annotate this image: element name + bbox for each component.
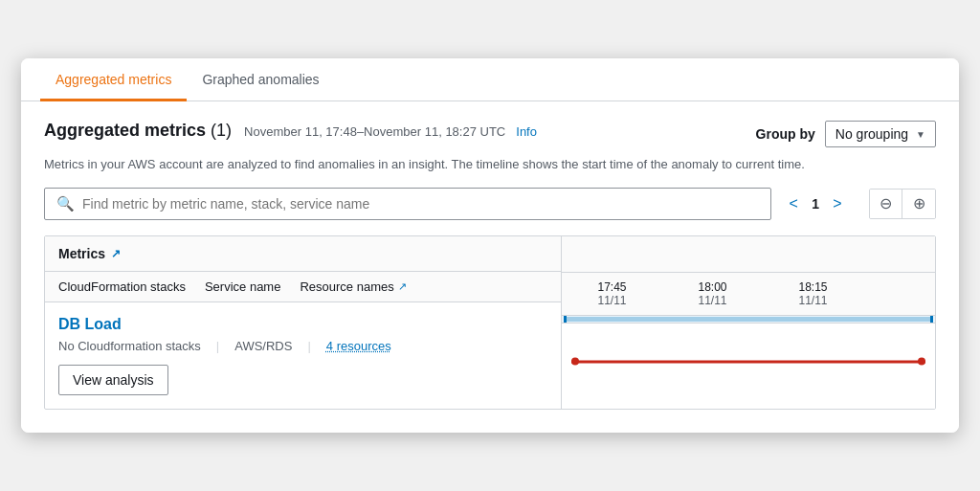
timeline-panel: 17:45 11/11 18:00 11/11 18:15 11/11: [562, 236, 935, 409]
metrics-column-header: Metrics ↗: [45, 236, 561, 272]
current-page: 1: [812, 196, 819, 212]
time-col-1800: 18:00 11/11: [698, 280, 726, 307]
zoom-in-button[interactable]: ⊕: [902, 190, 935, 218]
date-range: November 11, 17:48–November 11, 18:27 UT…: [244, 124, 505, 139]
timeline-selection-bar[interactable]: [562, 316, 935, 324]
group-by-dropdown[interactable]: No grouping ▼: [825, 121, 936, 147]
group-by-value: No grouping: [835, 126, 908, 142]
anomaly-row: [562, 324, 935, 400]
page-title-area: Aggregated metrics (1) November 11, 17:4…: [44, 121, 537, 141]
dropdown-arrow-icon: ▼: [916, 129, 925, 140]
search-icon: 🔍: [56, 195, 75, 212]
resource-names-label: Resource names: [300, 279, 393, 294]
group-by-row: Group by No grouping ▼: [756, 121, 936, 147]
search-box[interactable]: 🔍: [44, 188, 771, 220]
time-label-1815: 18:15: [798, 280, 827, 294]
metrics-label: Metrics: [58, 246, 105, 261]
time-label-1745: 17:45: [597, 280, 626, 294]
search-input[interactable]: [82, 196, 759, 212]
description-text: Metrics in your AWS account are analyzed…: [44, 155, 936, 174]
main-window: Aggregated metrics Graphed anomalies Agg…: [21, 58, 959, 433]
metric-name-link[interactable]: DB Load: [58, 316, 547, 333]
page-title: Aggregated metrics (1) November 11, 17:4…: [44, 121, 537, 141]
header-row: Aggregated metrics (1) November 11, 17:4…: [44, 121, 936, 147]
left-panel: Metrics ↗ CloudFormation stacks Service …: [45, 236, 562, 409]
divider-2: |: [307, 339, 310, 353]
resource-names-link-icon[interactable]: ↗: [398, 280, 407, 293]
metric-details: No Cloudformation stacks | AWS/RDS | 4 r…: [58, 339, 547, 353]
anomaly-line: [571, 360, 925, 363]
selection-right-handle[interactable]: [930, 316, 933, 323]
search-row: 🔍 < 1 > ⊖ ⊕: [44, 188, 936, 220]
service-name-value: AWS/RDS: [234, 339, 292, 353]
pagination-controls: < 1 >: [781, 191, 850, 216]
divider-1: |: [216, 339, 219, 353]
cloudformation-stacks-header: CloudFormation stacks: [58, 279, 186, 294]
view-analysis-button[interactable]: View analysis: [58, 365, 168, 395]
tab-aggregated-metrics[interactable]: Aggregated metrics: [40, 58, 187, 101]
timeline-header: [562, 236, 935, 273]
cf-stacks-value: No Cloudformation stacks: [58, 339, 201, 353]
title-text: Aggregated metrics: [44, 121, 206, 140]
metric-row: DB Load No Cloudformation stacks | AWS/R…: [45, 302, 561, 409]
next-page-button[interactable]: >: [825, 191, 850, 216]
time-col-1745: 17:45 11/11: [597, 280, 626, 307]
sub-headers-row: CloudFormation stacks Service name Resou…: [45, 272, 561, 302]
tab-graphed-anomalies[interactable]: Graphed anomalies: [187, 58, 334, 101]
date-label-1745: 11/11: [597, 294, 626, 307]
time-label-1800: 18:00: [698, 280, 726, 294]
group-by-label: Group by: [756, 126, 815, 142]
resources-count-link[interactable]: 4 resources: [326, 339, 391, 353]
metrics-table: Metrics ↗ CloudFormation stacks Service …: [44, 235, 936, 410]
resource-names-header: Resource names ↗: [300, 279, 406, 294]
tab-bar: Aggregated metrics Graphed anomalies: [21, 58, 959, 101]
date-label-1815: 11/11: [798, 294, 827, 307]
metric-count: (1): [211, 121, 232, 140]
prev-page-button[interactable]: <: [781, 191, 806, 216]
timeline-columns: 17:45 11/11 18:00 11/11 18:15 11/11: [562, 273, 935, 316]
zoom-out-button[interactable]: ⊖: [870, 190, 902, 218]
time-col-1815: 18:15 11/11: [798, 280, 827, 307]
info-link[interactable]: Info: [516, 124, 537, 139]
content-area: Aggregated metrics (1) November 11, 17:4…: [21, 101, 959, 433]
selection-range[interactable]: [564, 317, 933, 322]
date-label-1800: 11/11: [698, 294, 726, 307]
zoom-controls: ⊖ ⊕: [869, 189, 936, 219]
external-link-icon[interactable]: ↗: [111, 247, 121, 260]
service-name-header: Service name: [205, 279, 280, 294]
